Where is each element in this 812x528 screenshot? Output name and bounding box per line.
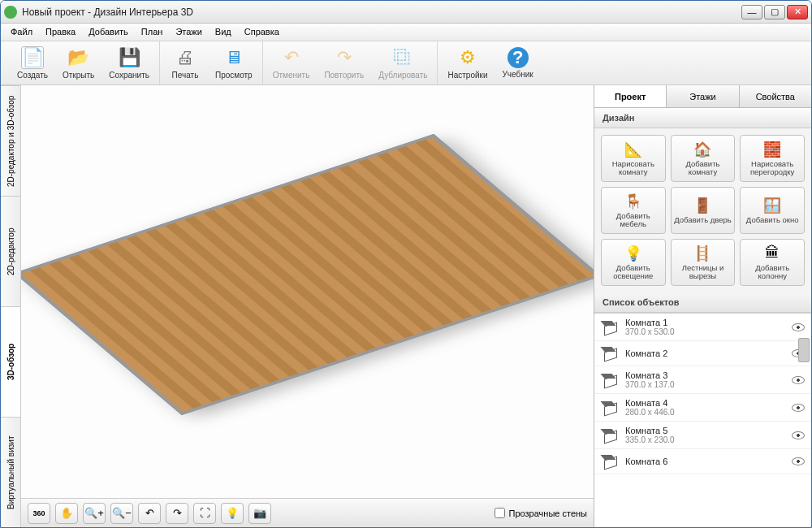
titlebar: Новый проект - Дизайн Интерьера 3D — ▢ ✕ xyxy=(1,1,811,24)
object-item[interactable]: Комната 3370.0 x 137.0 xyxy=(594,366,811,394)
duplicate-label: Дублировать xyxy=(378,71,427,80)
room-icon xyxy=(601,372,619,388)
add-column-icon: 🏛 xyxy=(762,245,782,262)
object-item[interactable]: Комната 1370.0 x 530.0 xyxy=(594,314,811,341)
redo-icon[interactable]: ↷ xyxy=(166,503,188,524)
object-dimensions: 280.0 x 446.0 xyxy=(625,408,785,417)
print-icon: 🖨 xyxy=(174,46,197,69)
menu-добавить[interactable]: Добавить xyxy=(82,24,135,41)
object-name: Комната 4 xyxy=(625,398,785,408)
draw-room-button[interactable]: 📐Нарисовать комнату xyxy=(601,135,666,182)
open-icon: 📂 xyxy=(67,46,90,69)
view-tab-2d3d[interactable]: 2D-редактор и 3D-обзор xyxy=(1,85,20,196)
close-button[interactable]: ✕ xyxy=(787,5,808,19)
add-light-button[interactable]: 💡Добавить освещение xyxy=(601,239,666,286)
settings-label: Настройки xyxy=(447,71,487,80)
visibility-toggle-icon[interactable] xyxy=(792,376,805,384)
visibility-toggle-icon[interactable] xyxy=(792,431,805,439)
fit-icon[interactable]: ⛶ xyxy=(193,503,216,524)
draw-partition-icon: 🧱 xyxy=(762,141,782,158)
redo-label: Повторить xyxy=(324,71,364,80)
side-tab-props[interactable]: Свойства xyxy=(740,85,811,107)
preview-label: Просмотр xyxy=(215,71,253,80)
menu-правка[interactable]: Правка xyxy=(39,24,82,41)
side-tabs: ПроектЭтажиСвойства xyxy=(594,85,811,108)
side-tab-project[interactable]: Проект xyxy=(594,85,667,107)
add-door-button[interactable]: 🚪Добавить дверь xyxy=(671,187,736,234)
settings-button[interactable]: ⚙Настройки xyxy=(444,45,490,81)
object-item[interactable]: Комната 4280.0 x 446.0 xyxy=(594,394,811,422)
stairs-button[interactable]: 🪜Лестницы и вырезы xyxy=(671,239,736,286)
3d-scene[interactable] xyxy=(21,85,594,498)
view-tab-3d[interactable]: 3D-обзор xyxy=(1,306,20,417)
add-window-label: Добавить окно xyxy=(746,216,799,224)
add-door-label: Добавить дверь xyxy=(674,216,732,224)
add-room-label: Добавить комнату xyxy=(673,160,733,177)
duplicate-icon: ⿻ xyxy=(391,46,414,69)
room-icon xyxy=(601,453,619,470)
object-item[interactable]: Комната 6 xyxy=(594,449,811,474)
print-button[interactable]: 🖨Печать xyxy=(166,45,204,81)
add-light-label: Добавить освещение xyxy=(603,264,663,281)
viewport: 360✋🔍+🔍−↶↷⛶💡📷Прозрачные стены xyxy=(21,85,594,527)
stairs-label: Лестницы и вырезы xyxy=(673,264,733,281)
add-window-button[interactable]: 🪟Добавить окно xyxy=(740,187,805,234)
app-icon xyxy=(4,6,17,19)
tutorial-button[interactable]: ?Учебник xyxy=(499,45,537,80)
settings-icon: ⚙ xyxy=(456,46,479,69)
add-furniture-button[interactable]: 🪑Добавить мебель xyxy=(601,187,666,234)
visibility-toggle-icon[interactable] xyxy=(792,404,805,412)
view-tab-virtual[interactable]: Виртуальный визит xyxy=(1,417,20,527)
add-door-icon: 🚪 xyxy=(693,197,712,214)
window-buttons: — ▢ ✕ xyxy=(741,5,808,19)
orbit-360-icon[interactable]: 360 xyxy=(28,503,50,524)
open-button[interactable]: 📂Открыть xyxy=(59,45,97,81)
object-name: Комната 6 xyxy=(625,457,785,466)
undo-icon[interactable]: ↶ xyxy=(138,503,161,524)
light-icon[interactable]: 💡 xyxy=(221,503,244,524)
menu-справка[interactable]: Справка xyxy=(238,24,286,41)
toolbar: 📄Создать📂Открыть💾Сохранить🖨Печать🖥Просмо… xyxy=(1,41,811,85)
add-room-button[interactable]: 🏠Добавить комнату xyxy=(671,135,736,182)
create-button[interactable]: 📄Создать xyxy=(14,45,51,81)
side-tab-floors[interactable]: Этажи xyxy=(667,85,739,107)
visibility-toggle-icon[interactable] xyxy=(792,457,805,465)
save-button[interactable]: 💾Сохранить xyxy=(106,45,153,81)
add-column-button[interactable]: 🏛Добавить колонну xyxy=(740,239,805,286)
design-grid: 📐Нарисовать комнату🏠Добавить комнату🧱Нар… xyxy=(594,128,811,292)
object-dimensions: 370.0 x 530.0 xyxy=(625,327,785,336)
view-tab-2d[interactable]: 2D-редактор xyxy=(1,196,20,306)
save-label: Сохранить xyxy=(109,71,149,80)
object-item[interactable]: Комната 5335.0 x 230.0 xyxy=(594,422,811,449)
viewport-toolbar: 360✋🔍+🔍−↶↷⛶💡📷Прозрачные стены xyxy=(21,498,594,527)
duplicate-button: ⿻Дублировать xyxy=(375,45,430,81)
zoom-in-icon[interactable]: 🔍+ xyxy=(83,503,106,524)
app-window: Новый проект - Дизайн Интерьера 3D — ▢ ✕… xyxy=(0,0,812,528)
room-icon xyxy=(601,345,619,361)
menu-файл[interactable]: Файл xyxy=(4,24,39,41)
draw-partition-label: Нарисовать перегородку xyxy=(742,160,802,177)
object-list[interactable]: Комната 1370.0 x 530.0Комната 2Комната 3… xyxy=(594,313,811,527)
draw-room-label: Нарисовать комнату xyxy=(603,160,663,177)
camera-icon[interactable]: 📷 xyxy=(248,503,271,524)
draw-room-icon: 📐 xyxy=(624,141,643,158)
view-mode-tabs: 2D-редактор и 3D-обзор2D-редактор3D-обзо… xyxy=(1,85,21,527)
object-name: Комната 3 xyxy=(625,370,785,380)
visibility-toggle-icon[interactable] xyxy=(792,323,805,331)
redo-icon: ↷ xyxy=(333,46,356,69)
menu-вид[interactable]: Вид xyxy=(209,24,238,41)
minimize-button[interactable]: — xyxy=(741,5,762,19)
create-icon: 📄 xyxy=(21,46,44,69)
menu-план[interactable]: План xyxy=(135,24,170,41)
pan-icon[interactable]: ✋ xyxy=(55,503,78,524)
zoom-out-icon[interactable]: 🔍− xyxy=(110,503,133,524)
menu-этажи[interactable]: Этажи xyxy=(169,24,208,41)
transparent-walls-checkbox[interactable]: Прозрачные стены xyxy=(495,508,587,518)
object-dimensions: 335.0 x 230.0 xyxy=(625,435,785,444)
object-item[interactable]: Комната 2 xyxy=(594,341,811,366)
draw-partition-button[interactable]: 🧱Нарисовать перегородку xyxy=(740,135,805,182)
maximize-button[interactable]: ▢ xyxy=(764,5,785,19)
preview-button[interactable]: 🖥Просмотр xyxy=(212,45,256,81)
objects-section-header: Список объектов xyxy=(594,292,811,313)
scrollbar-thumb[interactable] xyxy=(798,338,810,362)
